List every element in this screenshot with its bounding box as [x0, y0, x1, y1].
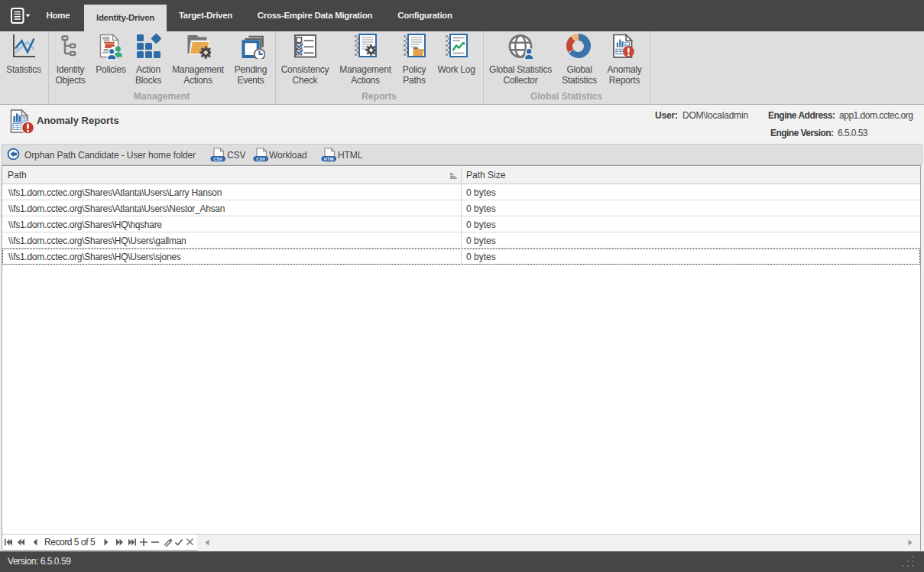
svg-text:HTM: HTM — [323, 156, 333, 161]
svg-text:CSV: CSV — [213, 156, 222, 161]
svg-text:CSV: CSV — [256, 156, 265, 161]
